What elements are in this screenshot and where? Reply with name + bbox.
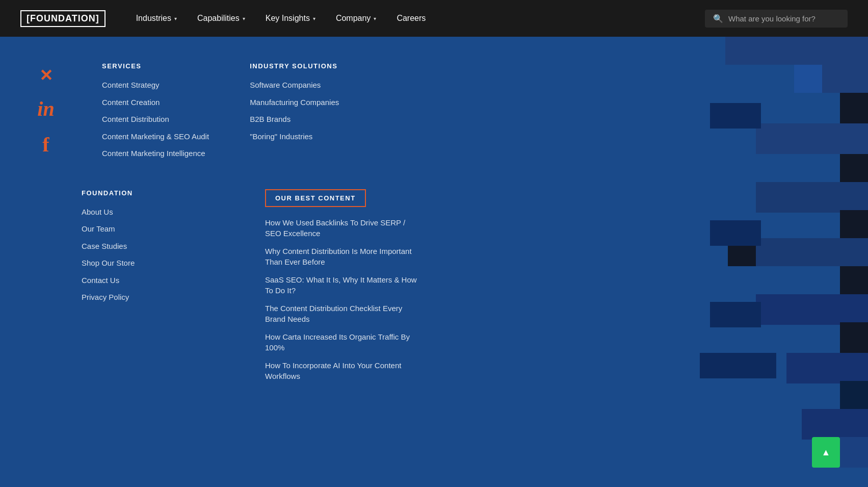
best-content-column: OUR BEST CONTENT How We Used Backlinks T… [265, 189, 418, 381]
navbar: [FOUNDATION] Industries ▾ Capabilities ▾… [0, 0, 868, 37]
services-heading: SERVICES [102, 62, 209, 70]
logo[interactable]: [FOUNDATION] [20, 10, 106, 27]
best-content-item[interactable]: SaaS SEO: What It Is, Why It Matters & H… [265, 274, 418, 296]
chevron-down-icon: ▾ [374, 16, 376, 21]
foundation-list: About Us Our Team Case Studies Shop Our … [82, 207, 183, 302]
industry-solutions-column: INDUSTRY SOLUTIONS Software Companies Ma… [250, 62, 352, 159]
industry-item[interactable]: Manufacturing Companies [250, 97, 352, 108]
nav-item-key-insights[interactable]: Key Insights ▾ [266, 14, 315, 23]
panel-columns: ✕ in f SERVICES Content Strategy Content… [31, 62, 837, 159]
industry-item[interactable]: Software Companies [250, 80, 352, 90]
chevron-down-icon: ▾ [313, 16, 315, 21]
best-content-item[interactable]: Why Content Distribution Is More Importa… [265, 246, 418, 267]
twitter-x-icon[interactable]: ✕ [39, 67, 53, 84]
foundation-item[interactable]: Contact Us [82, 275, 183, 286]
panel-row2: FOUNDATION About Us Our Team Case Studie… [31, 189, 837, 381]
nav-item-industries[interactable]: Industries ▾ [136, 14, 177, 23]
services-item[interactable]: Content Marketing Intelligence [102, 148, 209, 159]
foundation-item[interactable]: Shop Our Store [82, 258, 183, 268]
search-placeholder: What are you looking for? [728, 14, 816, 23]
services-item[interactable]: Content Distribution [102, 114, 209, 124]
search-bar[interactable]: 🔍 What are you looking for? [705, 10, 848, 28]
chevron-down-icon: ▾ [174, 16, 177, 21]
services-list: Content Strategy Content Creation Conten… [102, 80, 209, 159]
services-item[interactable]: Content Creation [102, 97, 209, 108]
industry-item[interactable]: B2B Brands [250, 114, 352, 124]
search-icon: 🔍 [713, 14, 723, 23]
services-column: SERVICES Content Strategy Content Creati… [102, 62, 209, 159]
foundation-heading: FOUNDATION [82, 189, 183, 197]
foundation-item[interactable]: Privacy Policy [82, 292, 183, 302]
chevron-down-icon: ▾ [243, 16, 245, 21]
social-icons-column: ✕ in f [31, 62, 61, 159]
foundation-item[interactable]: Our Team [82, 224, 183, 234]
main-area: ✕ in f SERVICES Content Strategy Content… [0, 37, 868, 487]
best-content-item[interactable]: How We Used Backlinks To Drive SERP / SE… [265, 217, 418, 239]
nav-item-careers[interactable]: Careers [397, 14, 426, 23]
industry-item[interactable]: "Boring" Industries [250, 132, 352, 142]
best-content-item[interactable]: How To Incorporate AI Into Your Content … [265, 360, 418, 381]
foundation-item[interactable]: About Us [82, 207, 183, 217]
services-item[interactable]: Content Strategy [102, 80, 209, 90]
best-content-heading[interactable]: OUR BEST CONTENT [265, 189, 366, 207]
best-content-item[interactable]: How Carta Increased Its Organic Traffic … [265, 331, 418, 353]
facebook-icon[interactable]: f [42, 135, 49, 155]
linkedin-icon[interactable]: in [37, 99, 54, 119]
services-item[interactable]: Content Marketing & SEO Audit [102, 132, 209, 142]
foundation-column: FOUNDATION About Us Our Team Case Studie… [82, 189, 183, 381]
industry-solutions-list: Software Companies Manufacturing Compani… [250, 80, 352, 141]
industry-solutions-heading: INDUSTRY SOLUTIONS [250, 62, 352, 70]
nav-item-capabilities[interactable]: Capabilities ▾ [197, 14, 245, 23]
best-content-item[interactable]: The Content Distribution Checklist Every… [265, 303, 418, 324]
nav-item-company[interactable]: Company ▾ [336, 14, 376, 23]
foundation-item[interactable]: Case Studies [82, 241, 183, 251]
nav-links: Industries ▾ Capabilities ▾ Key Insights… [136, 14, 705, 23]
best-content-list: How We Used Backlinks To Drive SERP / SE… [265, 217, 418, 381]
dropdown-panel: ✕ in f SERVICES Content Strategy Content… [0, 37, 868, 487]
